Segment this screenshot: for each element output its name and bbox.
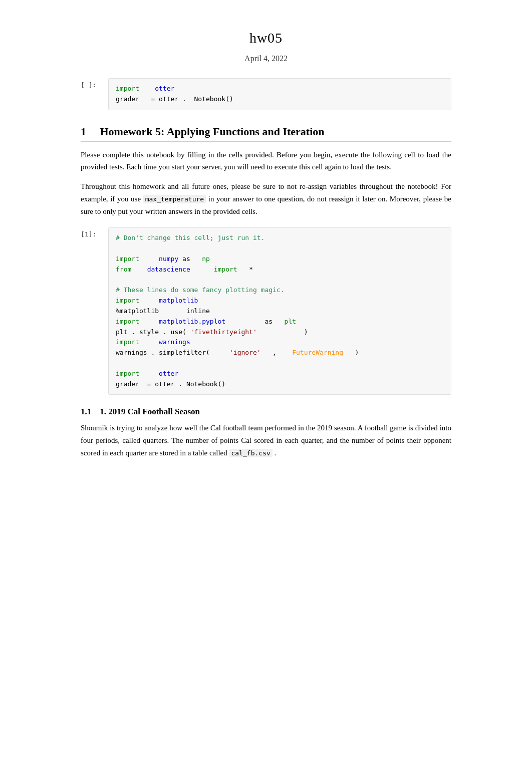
cell-number-empty: [ ]: — [81, 78, 108, 89]
empty-code-cell: [ ]: import otter grader = otter . Noteb… — [81, 78, 451, 110]
code-comment-2: # These lines do some fancy plotting mag… — [116, 285, 444, 296]
code-line-import-numpy: import numpy as np — [116, 254, 444, 265]
keyword-import: import — [116, 85, 139, 92]
code-blank-2 — [116, 275, 444, 286]
section-number: 1 — [81, 125, 97, 138]
code-line-from-datascience: from datascience import * — [116, 265, 444, 275]
subsection-number: 1.1 — [81, 407, 98, 416]
code-line-grader: grader = otter . Notebook() — [116, 379, 444, 390]
paragraph-1: Please complete this notebook by filling… — [81, 149, 451, 174]
cell-number-1: [1]: — [81, 227, 108, 238]
title-block: hw05 April 4, 2022 — [81, 30, 451, 63]
section-1-heading: 1 Homework 5: Applying Functions and Ite… — [81, 125, 451, 142]
code-line-import-otter: import otter — [116, 369, 444, 379]
inline-code-max-temp: max_temperature — [143, 195, 206, 203]
subsection-1-1-heading: 1.1 1. 2019 Cal Football Season — [81, 407, 451, 417]
code-line: import otter — [116, 84, 444, 94]
code-comment-1: # Don't change this cell; just run it. — [116, 233, 444, 243]
para3-end: . — [275, 449, 277, 457]
code-cell-1: [1]: # Don't change this cell; just run … — [81, 227, 451, 395]
code-line: grader = otter . Notebook() — [116, 94, 444, 105]
code-line-import-matplotlib: import matplotlib — [116, 296, 444, 306]
inline-code-cal-fb: cal_fb.csv — [229, 449, 273, 457]
module-otter: otter — [155, 85, 174, 92]
paragraph-3: Shoumik is trying to analyze how well th… — [81, 422, 451, 459]
code-line-matplotlib-inline: %matplotlib inline — [116, 306, 444, 317]
cell-body-1[interactable]: # Don't change this cell; just run it. i… — [108, 227, 451, 395]
code-blank-1 — [116, 243, 444, 254]
page-title: hw05 — [81, 30, 451, 46]
paragraph-2: Throughout this homework and all future … — [81, 180, 451, 217]
code-line-plt-style: plt . style . use( 'fivethirtyeight' ) — [116, 327, 444, 338]
subsection-title: 1. 2019 Cal Football Season — [100, 407, 200, 416]
code-line-simplefilter: warnings . simplefilter( 'ignore' , Futu… — [116, 348, 444, 358]
code-line-import-pyplot: import matplotlib.pyplot as plt — [116, 317, 444, 327]
section-title: Homework 5: Applying Functions and Itera… — [100, 125, 325, 138]
page-date: April 4, 2022 — [81, 54, 451, 63]
code-blank-3 — [116, 358, 444, 369]
cell-body-empty[interactable]: import otter grader = otter . Notebook() — [108, 78, 451, 110]
code-line-import-warnings: import warnings — [116, 337, 444, 348]
